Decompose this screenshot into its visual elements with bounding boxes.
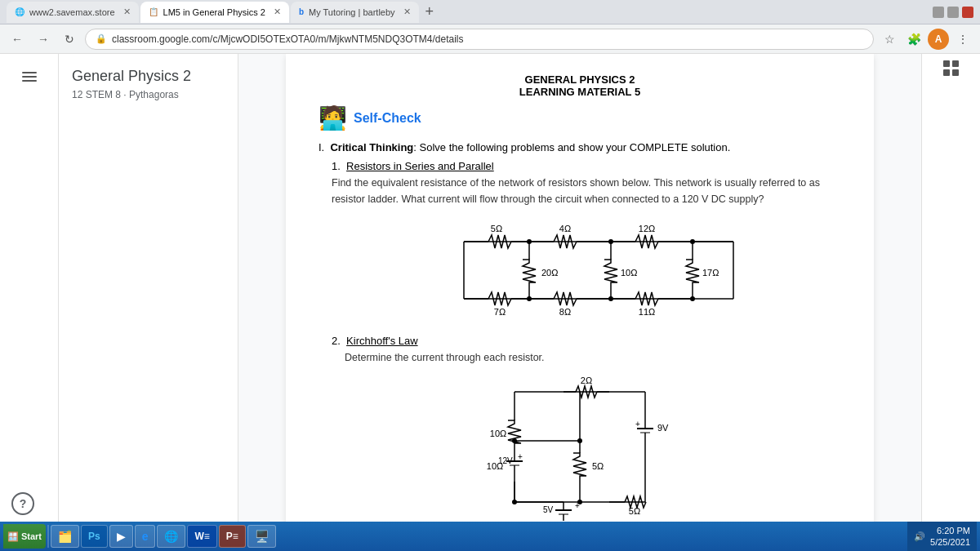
svg-text:17Ω: 17Ω xyxy=(702,268,719,278)
tab-icon-3: b xyxy=(299,7,304,16)
taskbar-app-chrome[interactable]: 🌐 xyxy=(157,525,185,548)
page-header: GENERAL PHYSICS 2 LEARNING MATERIAL 5 xyxy=(318,73,841,98)
taskbar: 🪟 Start 🗂️ Ps ▶ e 🌐 W≡ P≡ 🖥️ 🔊 6:20 PM 5… xyxy=(0,522,980,551)
taskbar-tray: 🔊 6:20 PM 5/25/2021 xyxy=(907,522,977,551)
kirchhoff-section: 2. Kirchhoff's Law Determine the current… xyxy=(318,335,841,522)
taskbar-app-powerpoint[interactable]: P≡ xyxy=(219,525,246,548)
svg-text:11Ω: 11Ω xyxy=(639,307,655,317)
lock-icon: 🔒 xyxy=(96,33,107,44)
forward-button[interactable]: → xyxy=(33,29,54,50)
tab-bartleby[interactable]: b My Tutoring | bartleby ✕ xyxy=(291,2,419,23)
tab-bar: 🌐 www2.savemax.store ✕ 📋 LM5 in General … xyxy=(7,2,923,23)
extensions-button[interactable]: 🧩 xyxy=(903,29,924,50)
avatar[interactable]: A xyxy=(928,29,949,50)
tab-close-1[interactable]: ✕ xyxy=(123,7,131,17)
svg-text:4Ω: 4Ω xyxy=(559,224,571,233)
problem2-header: 2. Kirchhoff's Law xyxy=(318,335,841,347)
header-line1: GENERAL PHYSICS 2 xyxy=(318,73,841,86)
start-button[interactable]: 🪟 Start xyxy=(3,524,46,549)
problem1-desc: Find the equivalent resistance of the ne… xyxy=(332,175,841,207)
sidebar xyxy=(0,54,59,551)
tray-time: 6:20 PM 5/25/2021 xyxy=(930,525,970,549)
self-check-header: 🧑‍💻 Self-Check xyxy=(318,104,841,131)
taskbar-app-photoshop[interactable]: Ps xyxy=(81,525,108,548)
class-panel: General Physics 2 12 STEM 8 · Pythagoras xyxy=(59,54,238,551)
header-line2: LEARNING MATERIAL 5 xyxy=(318,86,841,98)
svg-text:5Ω: 5Ω xyxy=(592,461,604,471)
svg-text:7Ω: 7Ω xyxy=(494,307,506,317)
svg-text:8Ω: 8Ω xyxy=(559,307,571,317)
menu-button[interactable]: ⋮ xyxy=(952,29,973,50)
address-box[interactable]: 🔒 classroom.google.com/c/MjcwODI5OTExOTA… xyxy=(85,29,874,50)
svg-point-72 xyxy=(512,438,517,443)
svg-text:10Ω: 10Ω xyxy=(490,429,506,438)
browser-chrome: 🌐 www2.savemax.store ✕ 📋 LM5 in General … xyxy=(0,0,980,24)
svg-text:10Ω: 10Ω xyxy=(487,461,503,471)
section1-title: I. Critical Thinking: Solve the followin… xyxy=(318,141,841,153)
tab-lm5[interactable]: 📋 LM5 in General Physics 2 ✕ xyxy=(140,2,289,23)
svg-text:9V: 9V xyxy=(657,423,669,433)
taskbar-app-word[interactable]: W≡ xyxy=(187,525,216,548)
taskbar-app-explorer[interactable]: 🗂️ xyxy=(51,525,79,548)
svg-text:10Ω: 10Ω xyxy=(621,268,637,278)
self-check-title: Self-Check xyxy=(354,111,421,126)
svg-point-73 xyxy=(577,500,582,504)
hamburger-line xyxy=(22,72,37,73)
problem1-header: 1. Resistors in Series and Parallel xyxy=(332,160,841,172)
tray-sound-icon: 🔊 xyxy=(914,531,925,542)
circuit2-svg: 2Ω 10Ω 12V + xyxy=(449,375,710,522)
new-tab-button[interactable]: + xyxy=(421,3,439,20)
svg-text:12Ω: 12Ω xyxy=(639,224,655,233)
svg-text:2Ω: 2Ω xyxy=(581,375,592,385)
maximize-button[interactable] xyxy=(947,7,959,18)
problem1-block: 1. Resistors in Series and Parallel Find… xyxy=(318,160,841,323)
problem2-desc: Determine the current through each resis… xyxy=(318,349,841,366)
hamburger-button[interactable] xyxy=(13,60,46,93)
taskbar-app-monitor[interactable]: 🖥️ xyxy=(247,525,276,548)
address-bar-row: ← → ↻ 🔒 classroom.google.com/c/MjcwODI5O… xyxy=(0,24,980,54)
back-button[interactable]: ← xyxy=(7,29,28,50)
browser-actions: ☆ 🧩 A ⋮ xyxy=(879,29,973,50)
minimize-button[interactable] xyxy=(933,7,944,18)
svg-text:20Ω: 20Ω xyxy=(541,268,558,278)
taskbar-app-play[interactable]: ▶ xyxy=(109,525,133,548)
svg-text:5Ω: 5Ω xyxy=(491,224,502,233)
self-check-icon: 🧑‍💻 xyxy=(318,104,347,131)
circuit2-container: 2Ω 10Ω 12V + xyxy=(318,375,841,522)
svg-text:+: + xyxy=(635,420,640,429)
problem1-title: Resistors in Series and Parallel xyxy=(346,160,494,172)
help-button[interactable]: ? xyxy=(11,492,34,515)
content-area: GENERAL PHYSICS 2 LEARNING MATERIAL 5 🧑‍… xyxy=(238,54,921,551)
taskbar-app-ie[interactable]: e xyxy=(135,525,156,548)
tab-close-2[interactable]: ✕ xyxy=(274,7,281,17)
bookmark-button[interactable]: ☆ xyxy=(879,29,900,50)
problem2-title: Kirchhoff's Law xyxy=(346,335,418,347)
right-panel xyxy=(921,54,980,551)
hamburger-line xyxy=(22,76,37,78)
svg-text:5Ω: 5Ω xyxy=(629,506,640,516)
hamburger-line xyxy=(22,80,37,82)
svg-text:+: + xyxy=(518,452,523,461)
svg-text:5V: 5V xyxy=(543,505,554,514)
close-button[interactable] xyxy=(962,7,973,18)
refresh-button[interactable]: ↻ xyxy=(59,29,80,50)
class-sub: 12 STEM 8 · Pythagoras xyxy=(72,89,225,100)
main-layout: General Physics 2 12 STEM 8 · Pythagoras… xyxy=(0,54,980,551)
circuit1-svg: 5Ω 4Ω 12Ω xyxy=(415,217,758,323)
apps-grid-icon xyxy=(943,60,960,77)
tab-icon-1: 🌐 xyxy=(15,7,24,16)
taskbar-divider xyxy=(47,525,49,548)
tab-savemax[interactable]: 🌐 www2.savemax.store ✕ xyxy=(7,2,139,23)
circuit1-container: 5Ω 4Ω 12Ω xyxy=(332,217,841,323)
tab-icon-2: 📋 xyxy=(149,7,158,16)
page-content: GENERAL PHYSICS 2 LEARNING MATERIAL 5 🧑‍… xyxy=(286,54,874,551)
tab-close-3[interactable]: ✕ xyxy=(403,7,411,17)
class-name: General Physics 2 xyxy=(72,67,225,86)
